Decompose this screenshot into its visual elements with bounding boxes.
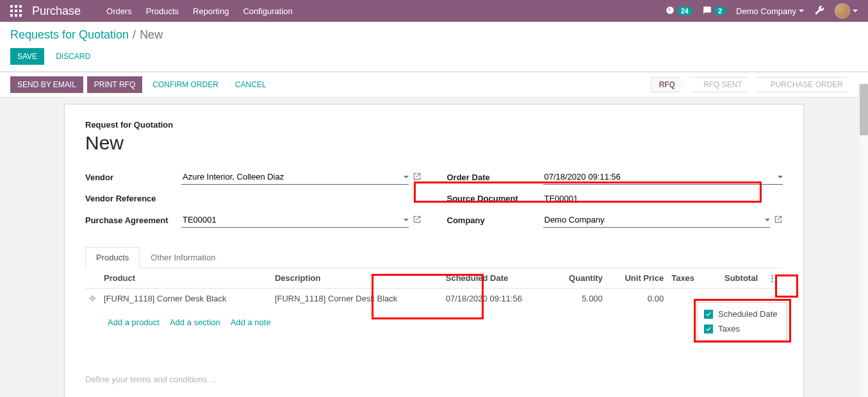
breadcrumb-current: New <box>140 28 163 42</box>
add-product-link[interactable]: Add a product <box>108 317 160 327</box>
clock-icon <box>666 6 675 17</box>
sheet-wrapper: Request for Quotation New Vendor Vendor … <box>0 97 868 397</box>
form-grid: Vendor Vendor Reference Purchase Agreeme… <box>85 169 783 234</box>
avatar <box>835 3 850 19</box>
status-rfq[interactable]: RFQ <box>651 77 686 92</box>
print-rfq-button[interactable]: PRINT RFQ <box>87 76 142 93</box>
optional-columns-icon[interactable]: ⋮ <box>766 273 779 283</box>
external-link-icon[interactable] <box>774 215 783 226</box>
scrollbar[interactable] <box>858 83 868 397</box>
breadcrumb: Requests for Quotation / New <box>10 28 858 42</box>
purchase-agreement-label: Purchase Agreement <box>85 215 181 225</box>
table-row[interactable]: ✥ [FURN_1118] Corner Desk Black [FURN_11… <box>85 289 783 309</box>
th-taxes: Taxes <box>667 268 708 289</box>
source-document-field[interactable] <box>543 191 783 206</box>
th-product: Product <box>100 268 271 289</box>
cell-product[interactable]: [FURN_1118] Corner Desk Black <box>100 289 271 309</box>
send-email-button[interactable]: SEND BY EMAIL <box>10 76 83 93</box>
form-sheet: Request for Quotation New Vendor Vendor … <box>64 104 804 397</box>
activities-button[interactable]: 24 <box>666 6 692 17</box>
topbar: Purchase Orders Products Reporting Confi… <box>0 0 868 22</box>
activity-count: 24 <box>677 6 692 15</box>
cell-description[interactable]: [FURN_1118] Corner Desk Black <box>271 289 442 309</box>
option-label: Scheduled Date <box>718 309 778 319</box>
top-nav: Orders Products Reporting Configuration <box>106 6 293 16</box>
tab-products[interactable]: Products <box>85 247 140 268</box>
move-handle-icon[interactable]: ✥ <box>85 289 100 309</box>
option-label: Taxes <box>718 324 740 334</box>
user-menu[interactable] <box>835 3 858 19</box>
breadcrumb-parent[interactable]: Requests for Quotation <box>10 28 129 42</box>
terms-placeholder[interactable]: Define your terms and conditions ... <box>85 336 783 391</box>
option-scheduled-date[interactable]: Scheduled Date <box>704 307 780 321</box>
th-unit-price: Unit Price <box>607 268 667 289</box>
cell-quantity[interactable]: 5.000 <box>552 289 607 309</box>
checkbox-icon <box>704 310 713 319</box>
purchase-agreement-field[interactable] <box>181 212 409 228</box>
company-field[interactable] <box>543 212 771 228</box>
company-label: Company <box>447 215 543 225</box>
control-panel: Requests for Quotation / New SAVE DISCAR… <box>0 22 868 72</box>
tab-other-information[interactable]: Other Information <box>140 247 226 267</box>
chat-icon <box>703 6 712 17</box>
status-bar: RFQ RFQ SENT PURCHASE ORDER <box>651 77 858 92</box>
nav-orders[interactable]: Orders <box>106 6 132 16</box>
order-date-field[interactable] <box>543 169 783 185</box>
caret-down-icon <box>853 10 858 12</box>
vendor-field[interactable] <box>181 169 409 185</box>
debug-icon[interactable] <box>814 5 824 17</box>
vendor-ref-field[interactable] <box>181 191 422 206</box>
discard-button[interactable]: DISCARD <box>49 48 97 65</box>
messages-button[interactable]: 2 <box>703 6 726 17</box>
caret-down-icon <box>799 10 804 12</box>
nav-reporting[interactable]: Reporting <box>193 6 229 16</box>
sheet-title: New <box>85 132 783 154</box>
external-link-icon[interactable] <box>413 215 422 226</box>
external-link-icon[interactable] <box>413 172 422 183</box>
cell-unit-price[interactable]: 0.00 <box>607 289 667 309</box>
tabs: Products Other Information <box>85 247 783 268</box>
optional-columns-dropdown: Scheduled Date Taxes <box>697 302 787 341</box>
add-note-link[interactable]: Add a note <box>231 317 271 327</box>
company-name: Demo Company <box>736 6 796 16</box>
checkbox-icon <box>704 325 713 334</box>
option-taxes[interactable]: Taxes <box>704 321 780 336</box>
nav-products[interactable]: Products <box>146 6 179 16</box>
status-rfq-sent[interactable]: RFQ SENT <box>690 77 753 92</box>
cell-scheduled-date[interactable]: 07/18/2020 09:11:56 <box>442 289 552 309</box>
save-button[interactable]: SAVE <box>10 48 44 65</box>
th-subtotal: Subtotal <box>708 268 762 289</box>
sheet-title-label: Request for Quotation <box>85 120 783 130</box>
th-description: Description <box>271 268 442 289</box>
message-count: 2 <box>714 6 726 15</box>
status-purchase-order[interactable]: PURCHASE ORDER <box>757 77 854 92</box>
add-section-link[interactable]: Add a section <box>170 317 220 327</box>
order-lines-table: Product Description Scheduled Date Quant… <box>85 268 783 336</box>
th-scheduled-date: Scheduled Date <box>442 268 552 289</box>
apps-icon[interactable] <box>10 5 22 17</box>
breadcrumb-sep: / <box>133 28 136 42</box>
action-bar: SEND BY EMAIL PRINT RFQ CONFIRM ORDER CA… <box>0 72 868 97</box>
vendor-label: Vendor <box>85 173 181 182</box>
nav-configuration[interactable]: Configuration <box>243 6 292 16</box>
cancel-button[interactable]: CANCEL <box>229 77 273 92</box>
company-selector[interactable]: Demo Company <box>736 6 804 16</box>
vendor-ref-label: Vendor Reference <box>85 194 181 203</box>
scrollbar-thumb[interactable] <box>860 84 868 135</box>
app-name: Purchase <box>32 4 81 18</box>
th-quantity: Quantity <box>552 268 607 289</box>
source-document-label: Source Document <box>447 194 543 203</box>
confirm-order-button[interactable]: CONFIRM ORDER <box>146 77 225 92</box>
order-date-label: Order Date <box>447 173 543 182</box>
